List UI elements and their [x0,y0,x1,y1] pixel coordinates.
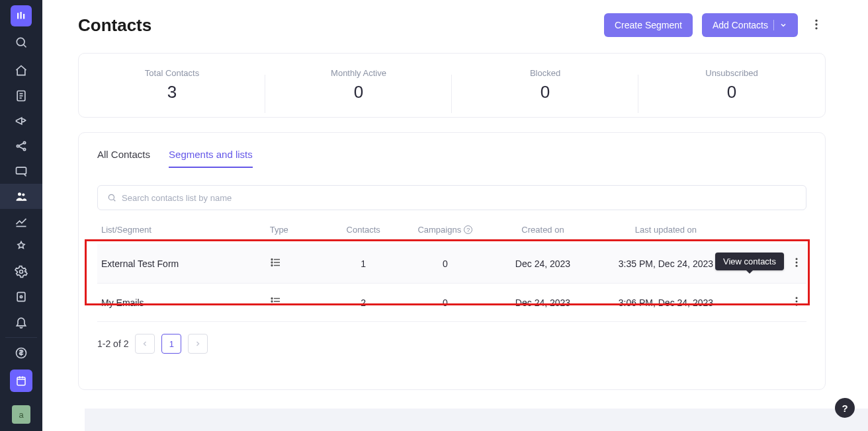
pager-prev-button[interactable] [135,334,155,354]
list-icon [270,260,282,270]
chart-icon[interactable] [0,209,42,234]
search-icon[interactable] [0,29,42,56]
stat-monthly-active: Monthly Active 0 [265,68,452,102]
button-divider [773,20,774,30]
svg-point-50 [796,297,798,299]
app-logo[interactable] [11,5,32,26]
table-row[interactable]: My Emails 2 0 Dec 24, 2023 3:06 PM, Dec … [97,284,806,322]
page-header: Contacts Create Segment Add Contacts [78,13,826,37]
svg-line-29 [114,200,116,202]
header-actions: Create Segment Add Contacts [604,13,826,37]
stat-label: Monthly Active [331,68,386,78]
stat-label: Unsubscribed [705,68,758,78]
svg-point-11 [23,148,25,150]
cell-contacts: 2 [324,284,402,322]
stat-unsubscribed: Unsubscribed 0 [638,68,825,102]
page-title: Contacts [78,15,152,36]
pager-next-button[interactable] [188,334,208,354]
pagination: 1-2 of 2 1 [97,334,806,354]
cell-name: My Emails [97,284,266,322]
svg-point-49 [271,304,273,305]
bell-icon[interactable] [0,309,42,334]
cell-updated: 3:35 PM, Dec 24, 2023 [598,244,734,284]
screen-icon[interactable] [0,159,42,184]
create-segment-button[interactable]: Create Segment [604,13,693,37]
pager-page-1[interactable]: 1 [161,334,181,354]
svg-point-28 [108,194,114,200]
svg-rect-18 [17,292,25,301]
tabs: All Contacts Segments and lists [97,149,806,168]
sidebar-divider [5,337,37,338]
home-icon[interactable] [0,58,42,83]
svg-rect-2 [23,14,24,19]
svg-point-42 [796,262,798,264]
footer-strip [85,409,868,431]
svg-point-26 [815,23,817,25]
svg-point-47 [271,298,273,299]
svg-point-10 [23,141,25,143]
col-type: Type [266,218,324,244]
svg-point-51 [796,301,798,303]
stat-value: 0 [727,82,736,102]
cell-updated: 3:06 PM, Dec 24, 2023 [598,284,734,322]
header-more-button[interactable] [807,15,826,36]
svg-line-13 [19,147,24,149]
view-contacts-tooltip: View contacts [715,253,784,270]
svg-point-17 [20,270,23,274]
svg-point-43 [796,265,798,267]
search-input[interactable] [122,193,797,203]
megaphone-icon[interactable] [0,108,42,134]
add-contacts-label: Add Contacts [713,20,768,30]
billing-icon[interactable] [0,340,42,366]
template-icon[interactable] [0,284,42,309]
table-row[interactable]: External Test Form 1 0 Dec 24, 2023 3:35… [97,244,806,284]
avatar[interactable]: a [12,405,30,424]
list-icon [270,299,282,309]
col-contacts: Contacts [324,218,402,244]
col-campaigns: Campaigns ? [402,218,488,244]
cell-created: Dec 24, 2023 [488,284,598,322]
contacts-table-card: All Contacts Segments and lists List/Seg… [78,132,826,390]
info-icon[interactable]: ? [464,225,472,234]
svg-point-52 [796,304,798,306]
svg-point-19 [20,295,22,297]
svg-line-12 [19,143,24,145]
stats-card: Total Contacts 3 Monthly Active 0 Blocke… [78,53,826,118]
row-more-icon[interactable] [791,295,803,309]
tab-all-contacts[interactable]: All Contacts [97,149,150,168]
svg-point-3 [17,38,24,46]
settings-icon[interactable] [0,259,42,284]
share-icon[interactable] [0,134,42,159]
row-more-icon[interactable] [791,256,803,270]
segments-table: List/Segment Type Contacts Campaigns ? C… [97,218,806,322]
cell-type [266,284,324,322]
sidebar: a [0,0,42,431]
row-actions [738,295,803,309]
svg-point-33 [271,259,273,260]
cell-created: Dec 24, 2023 [488,244,598,284]
search-icon [107,193,116,202]
stat-total-contacts: Total Contacts 3 [79,68,265,102]
search-box[interactable] [97,185,806,210]
col-created: Created on [488,218,598,244]
automation-icon[interactable] [0,234,42,259]
stat-value: 3 [167,82,177,102]
stat-value: 0 [354,82,363,102]
tab-segments-and-lists[interactable]: Segments and lists [169,149,253,168]
svg-point-34 [271,262,273,263]
cell-campaigns: 0 [402,244,488,284]
calendar-icon[interactable] [10,370,32,392]
contacts-icon[interactable] [0,184,42,209]
svg-point-48 [271,301,273,302]
document-icon[interactable] [0,83,42,108]
help-button[interactable]: ? [835,398,855,418]
stat-label: Total Contacts [145,68,199,78]
svg-point-41 [796,258,798,260]
chevron-down-icon [779,21,787,29]
svg-point-15 [18,192,21,196]
svg-point-16 [22,193,24,196]
pager-info: 1-2 of 2 [97,338,128,349]
svg-rect-1 [21,12,22,19]
svg-rect-0 [17,13,19,19]
add-contacts-button[interactable]: Add Contacts [702,13,798,37]
